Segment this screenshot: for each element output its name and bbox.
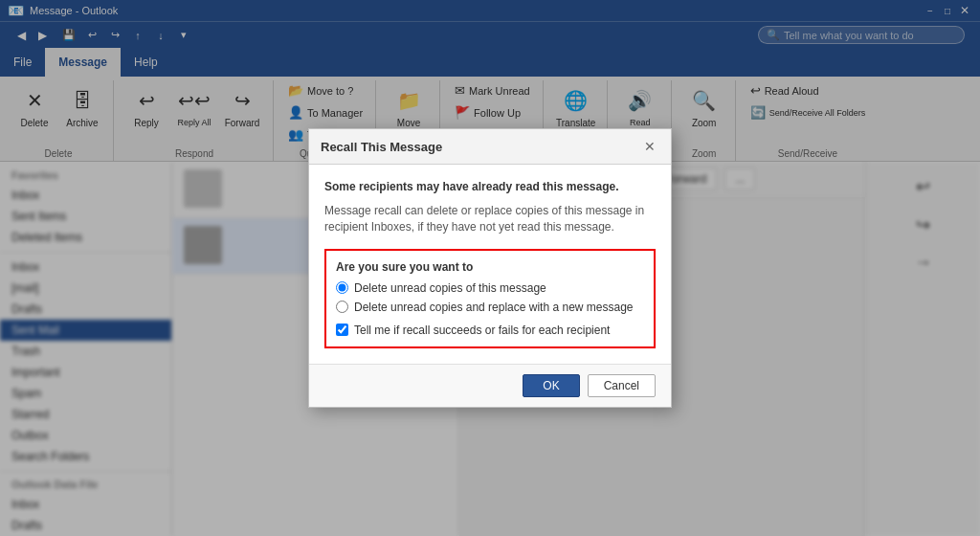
cancel-button[interactable]: Cancel <box>588 374 656 397</box>
modal-description: Message recall can delete or replace cop… <box>324 203 656 235</box>
modal-title: Recall This Message <box>321 140 442 154</box>
modal-body: Some recipients may have already read th… <box>309 165 671 364</box>
ok-button[interactable]: OK <box>523 374 579 397</box>
radio-input-2[interactable] <box>336 301 348 313</box>
radio-group: Delete unread copies of this message Del… <box>336 281 644 314</box>
modal-footer: OK Cancel <box>309 364 671 407</box>
outlook-window: 📧 Message - Outlook − □ ✕ ◀ ▶ 💾 ↩ ↪ ↑ ↓ … <box>0 0 980 536</box>
notify-checkbox-item[interactable]: Tell me if recall succeeds or fails for … <box>336 324 644 337</box>
modal-intro: Some recipients may have already read th… <box>324 180 656 193</box>
radio-label-2: Delete unread copies and replace with a … <box>354 301 634 314</box>
notify-checkbox[interactable] <box>336 324 348 336</box>
modal-question: Are you sure you want to <box>336 260 644 274</box>
radio-input-1[interactable] <box>336 281 348 294</box>
modal-header: Recall This Message ✕ <box>309 129 671 165</box>
recall-message-dialog: Recall This Message ✕ Some recipients ma… <box>308 128 672 408</box>
radio-option1[interactable]: Delete unread copies of this message <box>336 281 644 295</box>
modal-close-button[interactable]: ✕ <box>640 137 659 156</box>
radio-label-1: Delete unread copies of this message <box>354 281 546 295</box>
radio-option2[interactable]: Delete unread copies and replace with a … <box>336 301 644 314</box>
modal-options-box: Are you sure you want to Delete unread c… <box>324 249 656 348</box>
modal-overlay: Recall This Message ✕ Some recipients ma… <box>0 0 980 536</box>
notify-checkbox-label: Tell me if recall succeeds or fails for … <box>354 324 610 337</box>
